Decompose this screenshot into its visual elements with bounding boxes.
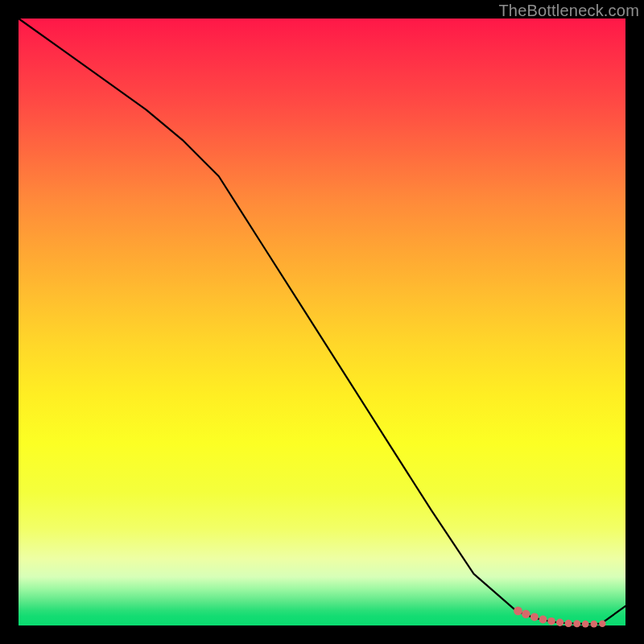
plot-area xyxy=(19,19,625,625)
curve-marker xyxy=(591,621,598,628)
curve-marker xyxy=(556,619,564,626)
curve-marker xyxy=(599,621,605,627)
curve-line xyxy=(19,19,625,624)
curve-marker xyxy=(530,613,539,621)
curve-marker xyxy=(582,621,589,628)
curve-marker xyxy=(573,620,580,627)
marker-group xyxy=(514,607,605,628)
curve-marker xyxy=(522,610,530,618)
watermark-text: TheBottleneck.com xyxy=(498,2,639,20)
curve-marker xyxy=(514,607,522,616)
chart-svg xyxy=(19,19,625,625)
curve-marker xyxy=(539,616,547,624)
curve-marker xyxy=(547,617,555,625)
chart-stage: TheBottleneck.com xyxy=(0,0,644,644)
curve-marker xyxy=(565,620,572,627)
